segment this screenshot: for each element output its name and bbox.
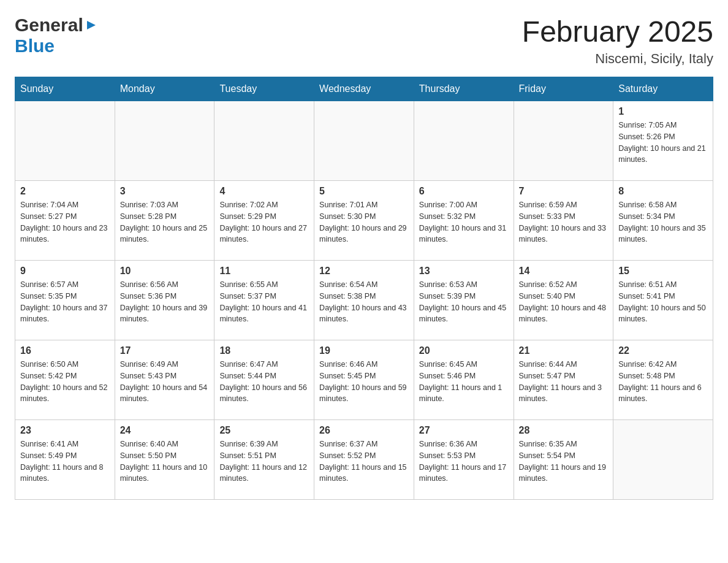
day-info: Sunrise: 6:47 AMSunset: 5:44 PMDaylight:… <box>219 359 309 405</box>
logo-general-text: General <box>15 15 83 36</box>
day-number: 20 <box>419 345 509 356</box>
day-info: Sunrise: 6:39 AMSunset: 5:51 PMDaylight:… <box>219 439 309 484</box>
table-row: 3Sunrise: 7:03 AMSunset: 5:28 PMDaylight… <box>115 181 214 261</box>
table-row: 8Sunrise: 6:58 AMSunset: 5:34 PMDaylight… <box>613 181 713 261</box>
day-info: Sunrise: 6:49 AMSunset: 5:43 PMDaylight:… <box>120 359 210 405</box>
day-info: Sunrise: 6:50 AMSunset: 5:42 PMDaylight:… <box>20 359 110 405</box>
day-number: 17 <box>120 345 210 356</box>
table-row <box>214 101 314 181</box>
page-header: General Blue February 2025 Niscemi, Sici… <box>15 15 713 67</box>
day-number: 7 <box>519 186 609 197</box>
svg-marker-0 <box>87 21 96 29</box>
table-row: 21Sunrise: 6:44 AMSunset: 5:47 PMDayligh… <box>514 340 613 420</box>
day-info: Sunrise: 6:37 AMSunset: 5:52 PMDaylight:… <box>319 439 409 484</box>
day-info: Sunrise: 6:36 AMSunset: 5:53 PMDaylight:… <box>419 439 509 484</box>
table-row: 15Sunrise: 6:51 AMSunset: 5:41 PMDayligh… <box>613 261 713 340</box>
day-info: Sunrise: 6:56 AMSunset: 5:36 PMDaylight:… <box>120 279 210 325</box>
day-number: 25 <box>219 425 309 436</box>
table-row: 19Sunrise: 6:46 AMSunset: 5:45 PMDayligh… <box>314 340 414 420</box>
calendar-week-row: 9Sunrise: 6:57 AMSunset: 5:35 PMDaylight… <box>15 261 713 340</box>
day-info: Sunrise: 7:02 AMSunset: 5:29 PMDaylight:… <box>219 199 309 245</box>
table-row: 4Sunrise: 7:02 AMSunset: 5:29 PMDaylight… <box>214 181 314 261</box>
table-row: 22Sunrise: 6:42 AMSunset: 5:48 PMDayligh… <box>613 340 713 420</box>
table-row: 16Sunrise: 6:50 AMSunset: 5:42 PMDayligh… <box>15 340 115 420</box>
calendar-week-row: 23Sunrise: 6:41 AMSunset: 5:49 PMDayligh… <box>15 420 713 500</box>
col-sunday: Sunday <box>15 77 115 101</box>
calendar-table: Sunday Monday Tuesday Wednesday Thursday… <box>15 77 713 500</box>
day-number: 19 <box>319 345 409 356</box>
table-row: 2Sunrise: 7:04 AMSunset: 5:27 PMDaylight… <box>15 181 115 261</box>
day-number: 1 <box>618 106 708 117</box>
calendar-header-row: Sunday Monday Tuesday Wednesday Thursday… <box>15 77 713 101</box>
day-number: 24 <box>120 425 210 436</box>
table-row: 13Sunrise: 6:53 AMSunset: 5:39 PMDayligh… <box>414 261 514 340</box>
table-row: 12Sunrise: 6:54 AMSunset: 5:38 PMDayligh… <box>314 261 414 340</box>
logo-arrow-icon <box>85 18 98 34</box>
day-number: 6 <box>419 186 509 197</box>
logo-blue-text: Blue <box>15 36 55 56</box>
table-row: 10Sunrise: 6:56 AMSunset: 5:36 PMDayligh… <box>115 261 214 340</box>
day-info: Sunrise: 6:51 AMSunset: 5:41 PMDaylight:… <box>618 279 708 325</box>
col-friday: Friday <box>514 77 613 101</box>
calendar-week-row: 2Sunrise: 7:04 AMSunset: 5:27 PMDaylight… <box>15 181 713 261</box>
day-number: 13 <box>419 266 509 277</box>
day-number: 23 <box>20 425 110 436</box>
day-info: Sunrise: 7:00 AMSunset: 5:32 PMDaylight:… <box>419 199 509 245</box>
col-monday: Monday <box>115 77 214 101</box>
day-info: Sunrise: 6:57 AMSunset: 5:35 PMDaylight:… <box>20 279 110 325</box>
table-row <box>115 101 214 181</box>
table-row: 14Sunrise: 6:52 AMSunset: 5:40 PMDayligh… <box>514 261 613 340</box>
table-row: 28Sunrise: 6:35 AMSunset: 5:54 PMDayligh… <box>514 420 613 500</box>
calendar-week-row: 1Sunrise: 7:05 AMSunset: 5:26 PMDaylight… <box>15 101 713 181</box>
day-info: Sunrise: 7:01 AMSunset: 5:30 PMDaylight:… <box>319 199 409 245</box>
day-info: Sunrise: 7:05 AMSunset: 5:26 PMDaylight:… <box>618 120 708 166</box>
day-number: 10 <box>120 266 210 277</box>
day-number: 14 <box>519 266 609 277</box>
day-info: Sunrise: 6:35 AMSunset: 5:54 PMDaylight:… <box>519 439 609 484</box>
table-row: 18Sunrise: 6:47 AMSunset: 5:44 PMDayligh… <box>214 340 314 420</box>
day-number: 3 <box>120 186 210 197</box>
table-row: 23Sunrise: 6:41 AMSunset: 5:49 PMDayligh… <box>15 420 115 500</box>
day-number: 27 <box>419 425 509 436</box>
table-row: 26Sunrise: 6:37 AMSunset: 5:52 PMDayligh… <box>314 420 414 500</box>
day-number: 5 <box>319 186 409 197</box>
day-number: 15 <box>618 266 708 277</box>
day-info: Sunrise: 6:40 AMSunset: 5:50 PMDaylight:… <box>120 439 210 484</box>
title-area: February 2025 Niscemi, Sicily, Italy <box>522 15 713 67</box>
table-row: 20Sunrise: 6:45 AMSunset: 5:46 PMDayligh… <box>414 340 514 420</box>
table-row <box>514 101 613 181</box>
day-info: Sunrise: 6:59 AMSunset: 5:33 PMDaylight:… <box>519 199 609 245</box>
table-row <box>414 101 514 181</box>
table-row: 24Sunrise: 6:40 AMSunset: 5:50 PMDayligh… <box>115 420 214 500</box>
table-row: 9Sunrise: 6:57 AMSunset: 5:35 PMDaylight… <box>15 261 115 340</box>
col-wednesday: Wednesday <box>314 77 414 101</box>
table-row: 6Sunrise: 7:00 AMSunset: 5:32 PMDaylight… <box>414 181 514 261</box>
day-number: 4 <box>219 186 309 197</box>
table-row <box>314 101 414 181</box>
month-title: February 2025 <box>522 15 713 48</box>
day-number: 11 <box>219 266 309 277</box>
day-info: Sunrise: 6:52 AMSunset: 5:40 PMDaylight:… <box>519 279 609 325</box>
calendar-week-row: 16Sunrise: 6:50 AMSunset: 5:42 PMDayligh… <box>15 340 713 420</box>
day-info: Sunrise: 6:46 AMSunset: 5:45 PMDaylight:… <box>319 359 409 405</box>
table-row <box>15 101 115 181</box>
location-subtitle: Niscemi, Sicily, Italy <box>522 51 713 67</box>
table-row: 1Sunrise: 7:05 AMSunset: 5:26 PMDaylight… <box>613 101 713 181</box>
day-info: Sunrise: 7:04 AMSunset: 5:27 PMDaylight:… <box>20 199 110 245</box>
table-row: 17Sunrise: 6:49 AMSunset: 5:43 PMDayligh… <box>115 340 214 420</box>
day-number: 18 <box>219 345 309 356</box>
day-number: 21 <box>519 345 609 356</box>
day-info: Sunrise: 6:41 AMSunset: 5:49 PMDaylight:… <box>20 439 110 484</box>
logo: General Blue <box>15 15 98 56</box>
day-number: 8 <box>618 186 708 197</box>
day-info: Sunrise: 7:03 AMSunset: 5:28 PMDaylight:… <box>120 199 210 245</box>
day-info: Sunrise: 6:53 AMSunset: 5:39 PMDaylight:… <box>419 279 509 325</box>
table-row: 7Sunrise: 6:59 AMSunset: 5:33 PMDaylight… <box>514 181 613 261</box>
day-number: 9 <box>20 266 110 277</box>
table-row: 5Sunrise: 7:01 AMSunset: 5:30 PMDaylight… <box>314 181 414 261</box>
day-number: 26 <box>319 425 409 436</box>
day-number: 12 <box>319 266 409 277</box>
day-number: 22 <box>618 345 708 356</box>
day-info: Sunrise: 6:54 AMSunset: 5:38 PMDaylight:… <box>319 279 409 325</box>
table-row: 27Sunrise: 6:36 AMSunset: 5:53 PMDayligh… <box>414 420 514 500</box>
